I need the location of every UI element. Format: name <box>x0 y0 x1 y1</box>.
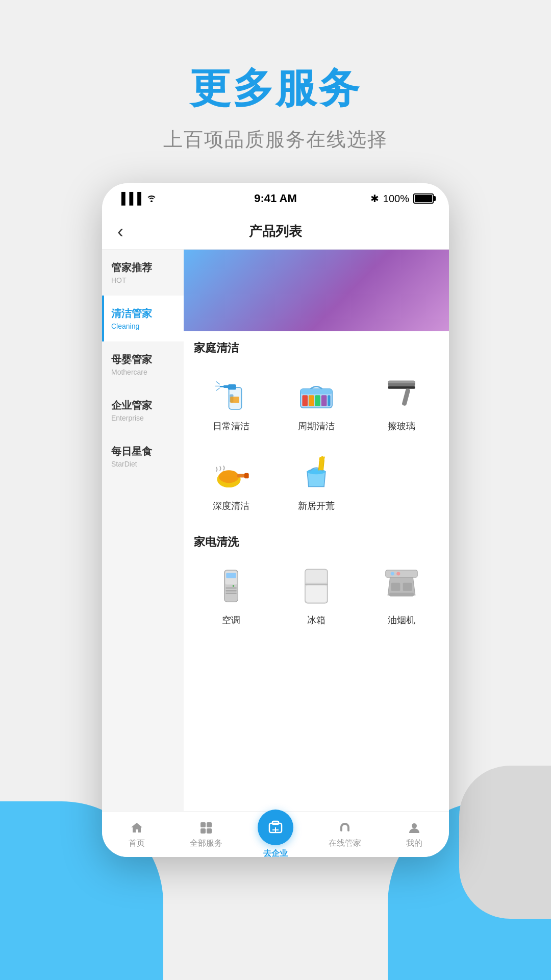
sidebar-item-stardiet[interactable]: 每日星食 StarDiet <box>102 433 184 479</box>
item-hood[interactable]: 油烟机 <box>359 555 444 634</box>
svg-rect-29 <box>226 590 237 592</box>
sidebar-item-mothercare[interactable]: 母婴管家 Mothercare <box>102 341 184 387</box>
tab-services[interactable]: 全部服务 <box>171 820 241 849</box>
tab-enterprise-center[interactable]: 去企业 <box>241 810 310 857</box>
svg-rect-18 <box>388 386 415 388</box>
svg-rect-13 <box>315 395 320 406</box>
svg-rect-15 <box>328 395 330 406</box>
item-newhome-cleaning[interactable]: 新居开荒 <box>274 440 359 520</box>
grid-icon <box>198 820 214 836</box>
tab-profile-label: 我的 <box>406 838 422 849</box>
headset-icon <box>337 820 353 836</box>
svg-rect-53 <box>340 828 342 831</box>
home-icon <box>129 820 145 836</box>
sidebar-item-mothercare-name: 母婴管家 <box>111 353 177 366</box>
item-periodic-cleaning-label: 周期清洁 <box>298 420 335 432</box>
hero-subtitle: 上百项品质服务在线选择 <box>0 127 551 153</box>
refrigerator-icon <box>291 563 342 609</box>
sidebar-item-enterprise[interactable]: 企业管家 Enterprise <box>102 387 184 433</box>
tab-assistant[interactable]: 在线管家 <box>310 820 380 849</box>
svg-rect-19 <box>402 388 410 406</box>
tab-enterprise-label: 去企业 <box>263 848 288 857</box>
user-icon <box>406 820 422 836</box>
svg-rect-37 <box>306 570 327 583</box>
svg-rect-5 <box>231 397 240 403</box>
sidebar-item-hot[interactable]: 管家推荐 HOT <box>102 250 184 296</box>
status-time: 9:41 AM <box>254 192 297 205</box>
right-content: 家庭清洁 <box>184 250 449 811</box>
sidebar: 管家推荐 HOT 清洁管家 Cleaning 母婴管家 Mothercare 企… <box>102 250 184 811</box>
tab-profile[interactable]: 我的 <box>380 820 449 849</box>
hero-section: 更多服务 上百项品质服务在线选择 <box>0 0 551 183</box>
sidebar-item-cleaning[interactable]: 清洁管家 Cleaning <box>102 296 184 341</box>
nav-bar: ‹ 产品列表 <box>102 214 449 250</box>
item-hood-label: 油烟机 <box>388 614 415 626</box>
tab-home[interactable]: 首页 <box>102 820 171 849</box>
item-glass-cleaning[interactable]: 擦玻璃 <box>359 361 444 440</box>
item-deep-cleaning[interactable]: 深度清洁 <box>189 440 274 520</box>
sidebar-item-enterprise-sub: Enterprise <box>111 414 177 422</box>
status-bar: ▐▐▐ 9:41 AM ✱ 100% <box>102 183 449 214</box>
item-daily-cleaning[interactable]: 日常清洁 <box>189 361 274 440</box>
banner <box>184 250 449 331</box>
svg-line-8 <box>216 388 220 390</box>
item-ac[interactable]: 空调 <box>189 555 274 634</box>
item-newhome-cleaning-label: 新居开荒 <box>298 500 335 512</box>
svg-rect-30 <box>226 593 237 594</box>
status-left: ▐▐▐ <box>117 192 158 205</box>
item-periodic-cleaning[interactable]: 周期清洁 <box>274 361 359 440</box>
svg-rect-54 <box>347 828 349 831</box>
back-button[interactable]: ‹ <box>117 221 123 242</box>
svg-rect-46 <box>207 822 212 827</box>
svg-rect-14 <box>321 395 327 406</box>
content-area: 管家推荐 HOT 清洁管家 Cleaning 母婴管家 Mothercare 企… <box>102 250 449 811</box>
phone-wrapper: ▐▐▐ 9:41 AM ✱ 100% ‹ 产品列表 <box>0 183 551 857</box>
sidebar-item-hot-name: 管家推荐 <box>111 261 177 274</box>
svg-rect-31 <box>227 573 237 578</box>
tab-bar: 首页 全部服务 <box>102 811 449 857</box>
svg-rect-23 <box>244 473 249 479</box>
svg-rect-28 <box>226 587 237 589</box>
range-hood-icon <box>376 563 427 609</box>
sidebar-item-stardiet-sub: StarDiet <box>111 460 177 468</box>
hero-title: 更多服务 <box>0 61 551 116</box>
svg-point-42 <box>396 572 400 575</box>
item-deep-cleaning-label: 深度清洁 <box>213 500 249 512</box>
item-daily-cleaning-label: 日常清洁 <box>213 420 249 432</box>
svg-rect-38 <box>306 585 327 602</box>
svg-rect-43 <box>391 583 400 591</box>
phone-frame: ▐▐▐ 9:41 AM ✱ 100% ‹ 产品列表 <box>102 183 449 857</box>
bluetooth-icon: ✱ <box>370 192 379 205</box>
section-appliance-cleaning-title: 家电清洗 <box>184 525 449 555</box>
svg-rect-48 <box>207 828 212 834</box>
page-title: 产品列表 <box>249 223 302 240</box>
home-cleaning-grid: 日常清洁 <box>184 361 449 525</box>
item-ac-label: 空调 <box>222 614 240 626</box>
spray-bottle-icon <box>206 369 257 415</box>
sidebar-item-stardiet-name: 每日星食 <box>111 445 177 458</box>
battery-fill <box>415 195 432 202</box>
steamer-icon <box>206 449 257 495</box>
svg-point-32 <box>233 585 235 587</box>
battery-icon <box>413 193 434 204</box>
svg-rect-1 <box>228 384 236 390</box>
sidebar-item-enterprise-name: 企业管家 <box>111 399 177 412</box>
svg-rect-22 <box>237 474 245 477</box>
ac-icon <box>206 563 257 609</box>
svg-rect-44 <box>403 583 412 591</box>
tab-assistant-label: 在线管家 <box>329 838 361 849</box>
appliance-cleaning-grid: 空调 <box>184 555 449 640</box>
item-fridge[interactable]: 冰箱 <box>274 555 359 634</box>
enterprise-center-button[interactable] <box>258 810 293 845</box>
svg-rect-39 <box>385 570 417 577</box>
svg-rect-11 <box>302 395 308 406</box>
item-fridge-label: 冰箱 <box>307 614 325 626</box>
svg-rect-17 <box>388 381 415 383</box>
svg-rect-12 <box>309 395 314 406</box>
item-glass-cleaning-label: 擦玻璃 <box>388 420 415 432</box>
svg-line-6 <box>216 382 220 384</box>
svg-rect-45 <box>201 822 206 827</box>
sidebar-item-cleaning-name: 清洁管家 <box>111 307 177 320</box>
tab-services-label: 全部服务 <box>190 838 222 849</box>
sidebar-item-hot-sub: HOT <box>111 276 177 284</box>
